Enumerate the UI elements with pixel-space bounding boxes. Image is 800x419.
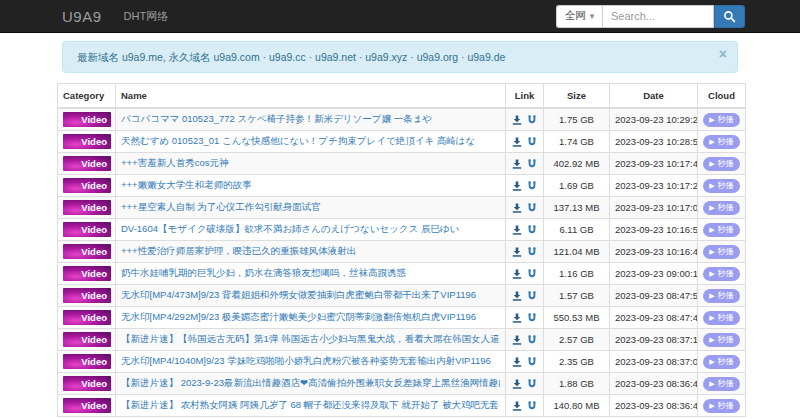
download-icon[interactable]	[512, 115, 522, 125]
nav-item-dht[interactable]: DHT网络	[124, 9, 169, 24]
link-icons	[511, 203, 538, 213]
download-icon[interactable]	[512, 137, 522, 147]
play-icon: ▶	[709, 336, 714, 343]
magnet-icon[interactable]	[527, 335, 537, 345]
torrent-name-link[interactable]: DV-1604【モザイク破壊版】欲求不満お姉さんのえげつないセックス 辰巳ゆい	[121, 223, 500, 236]
download-icon[interactable]	[512, 335, 522, 345]
download-icon[interactable]	[512, 269, 522, 279]
table-row: Video DV-1604【モザイク破壊版】欲求不満お姉さんのえげつないセックス…	[58, 219, 746, 241]
torrent-name-link[interactable]: 天然むすめ 010523_01 こんな快感他にない！プチ拘束プレイで絶頂イキ 高…	[121, 135, 500, 148]
category-badge-video[interactable]: Video	[63, 288, 111, 303]
link-icons	[511, 401, 538, 411]
magnet-icon[interactable]	[527, 379, 537, 389]
cloud-play-button[interactable]: ▶ 秒播	[703, 245, 739, 259]
col-header-size: Size	[544, 84, 610, 109]
magnet-icon[interactable]	[527, 291, 537, 301]
torrent-name-link[interactable]: +++害羞新人首秀cos元神	[121, 157, 500, 170]
category-badge-video[interactable]: Video	[63, 244, 111, 259]
date-cell: 2023-09-23 10:17:08	[610, 197, 698, 219]
magnet-icon[interactable]	[527, 137, 537, 147]
torrent-name-link[interactable]: +++星空素人自制 为了心仪工作勾引献身面试官	[121, 201, 500, 214]
cloud-play-button[interactable]: ▶ 秒播	[703, 157, 739, 171]
cloud-play-button[interactable]: ▶ 秒播	[703, 179, 739, 193]
date-cell: 2023-09-23 08:36:44	[610, 395, 698, 417]
cloud-play-button[interactable]: ▶ 秒播	[703, 289, 739, 303]
cloud-play-button[interactable]: ▶ 秒播	[703, 135, 739, 149]
search-input[interactable]	[602, 5, 714, 28]
torrent-name-link[interactable]: 无水印[MP4/1040M]9/23 学妹吃鸡啪啪小娇乳白虎粉穴被各种姿势无套输…	[121, 355, 500, 368]
magnet-icon[interactable]	[527, 159, 537, 169]
download-icon[interactable]	[512, 159, 522, 169]
domain-alert: 最新域名 u9a9.me, 永久域名 u9a9.com · u9a9.cc · …	[62, 41, 738, 73]
category-badge-video[interactable]: Video	[63, 398, 111, 413]
torrent-name-link[interactable]: +++嫩嫩女大学生和老师的故事	[121, 179, 500, 192]
torrent-name-link[interactable]: +++性爱治疗师居家护理，睽违已久的重振雄风体液射出	[121, 245, 500, 258]
search-scope-select[interactable]: 全网 ▾	[556, 5, 602, 28]
date-cell: 2023-09-23 09:00:11	[610, 263, 698, 285]
cloud-play-button[interactable]: ▶ 秒播	[703, 223, 739, 237]
size-cell: 1.69 GB	[544, 175, 610, 197]
chevron-down-icon: ▾	[590, 12, 595, 21]
cloud-play-button[interactable]: ▶ 秒播	[703, 267, 739, 281]
category-badge-video[interactable]: Video	[63, 222, 111, 237]
category-badge-video[interactable]: Video	[63, 112, 111, 127]
cloud-play-button[interactable]: ▶ 秒播	[703, 201, 739, 215]
magnet-icon[interactable]	[527, 247, 537, 257]
magnet-icon[interactable]	[527, 203, 537, 213]
torrent-name-link[interactable]: パコパコママ 010523_772 スケベ椅子持参！新米デリソープ嬢 一条まや	[121, 113, 500, 126]
download-icon[interactable]	[512, 247, 522, 257]
cloud-play-button[interactable]: ▶ 秒播	[703, 377, 739, 391]
torrent-name-link[interactable]: 无水印[MP4/473M]9/23 背着姐姐和外甥女做爱抽刺白虎蜜鲍白带都干出来…	[121, 289, 500, 302]
cloud-play-button[interactable]: ▶ 秒播	[703, 333, 739, 347]
torrent-name-link[interactable]: 【新进片速】【韩国远古无码】第1弹 韩国远古小少妇与黑鬼大战，看着大屌在韩国女人…	[121, 333, 500, 346]
size-cell: 2.57 GB	[544, 329, 610, 351]
cloud-play-button[interactable]: ▶ 秒播	[703, 399, 739, 413]
cloud-play-label: 秒播	[718, 182, 734, 190]
category-badge-video[interactable]: Video	[63, 178, 111, 193]
torrent-name-link[interactable]: 【新进片速】 2023-9-23最新流出情趣酒店❤高清偷拍外围兼职女反差婊穿上黑…	[121, 377, 500, 390]
col-header-cloud: Cloud	[698, 84, 746, 109]
download-icon[interactable]	[512, 313, 522, 323]
download-icon[interactable]	[512, 225, 522, 235]
download-icon[interactable]	[512, 291, 522, 301]
table-row: Video 无水印[MP4/473M]9/23 背着姐姐和外甥女做爱抽刺白虎蜜鲍…	[58, 285, 746, 307]
domain-alert-text: 最新域名 u9a9.me, 永久域名 u9a9.com · u9a9.cc · …	[77, 51, 505, 63]
torrent-name-link[interactable]: 奶牛水娃哺乳期的巨乳少妇，奶水在滴答狼友想喝吗，丝袜高跟诱惑	[121, 267, 500, 280]
download-icon[interactable]	[512, 401, 522, 411]
link-icons	[511, 247, 538, 257]
download-icon[interactable]	[512, 181, 522, 191]
link-icons	[511, 269, 538, 279]
brand-logo[interactable]: U9A9	[62, 8, 102, 25]
magnet-icon[interactable]	[527, 313, 537, 323]
download-icon[interactable]	[512, 379, 522, 389]
magnet-icon[interactable]	[527, 115, 537, 125]
magnet-icon[interactable]	[527, 269, 537, 279]
category-badge-video[interactable]: Video	[63, 266, 111, 281]
torrent-table-wrap: Category Name Link Size Date Cloud Video…	[0, 83, 800, 417]
download-icon[interactable]	[512, 357, 522, 367]
category-badge-video[interactable]: Video	[63, 332, 111, 347]
torrent-name-link[interactable]: 【新进片速】 农村熟女阿姨 阿姨几岁了 68 帽子都还没来得及取下 就开始了 被…	[121, 399, 500, 412]
torrent-name-link[interactable]: 无水印[MP4/292M]9/23 极美媚态蜜汁嫩鲍美少妇蜜穴阴蒂刺激翻倍炮机白…	[121, 311, 500, 324]
category-badge-video[interactable]: Video	[63, 134, 111, 149]
download-icon[interactable]	[512, 203, 522, 213]
search-button[interactable]	[714, 5, 745, 28]
category-badge-video[interactable]: Video	[63, 200, 111, 215]
category-badge-video[interactable]: Video	[63, 310, 111, 325]
col-header-date: Date	[610, 84, 698, 109]
cloud-play-button[interactable]: ▶ 秒播	[703, 113, 739, 127]
category-badge-video[interactable]: Video	[63, 156, 111, 171]
alert-close-button[interactable]: ×	[719, 47, 727, 61]
table-row: Video 【新进片速】 农村熟女阿姨 阿姨几岁了 68 帽子都还没来得及取下 …	[58, 395, 746, 417]
magnet-icon[interactable]	[527, 357, 537, 367]
magnet-icon[interactable]	[527, 181, 537, 191]
magnet-icon[interactable]	[527, 225, 537, 235]
category-badge-video[interactable]: Video	[63, 376, 111, 391]
table-row: Video 无水印[MP4/1040M]9/23 学妹吃鸡啪啪小娇乳白虎粉穴被各…	[58, 351, 746, 373]
link-icons	[511, 137, 538, 147]
magnet-icon[interactable]	[527, 401, 537, 411]
category-badge-video[interactable]: Video	[63, 354, 111, 369]
cloud-play-button[interactable]: ▶ 秒播	[703, 311, 739, 325]
cloud-play-button[interactable]: ▶ 秒播	[703, 355, 739, 369]
table-row: Video +++害羞新人首秀cos元神	[58, 153, 746, 175]
